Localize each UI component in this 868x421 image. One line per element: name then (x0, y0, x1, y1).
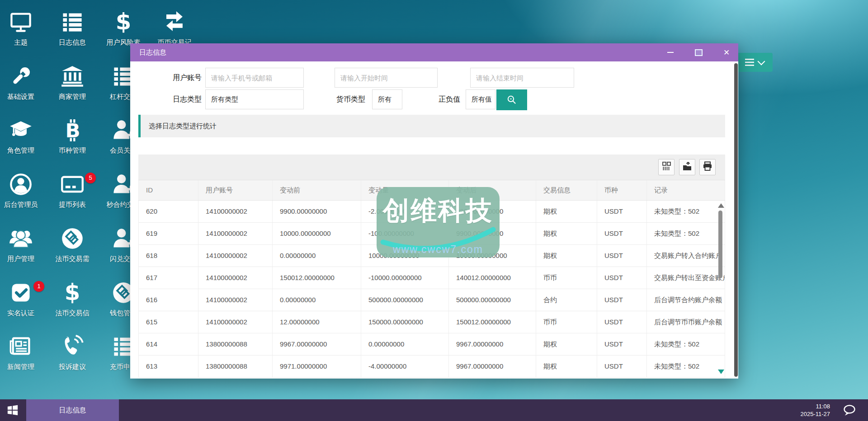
table-cell: USDT (597, 245, 646, 267)
desktop-icon-label: 币种管理 (47, 146, 98, 155)
start-button[interactable] (0, 399, 25, 421)
sign-select[interactable]: 所有值 (466, 89, 495, 109)
desktop-icon-log-info[interactable]: 日志信息 (47, 9, 98, 47)
clock-time: 11:08 (800, 402, 830, 410)
desktop-icon-label: 后台管理员 (0, 201, 46, 209)
desktop-icon-news-mgmt[interactable]: 新闻管理 (0, 333, 46, 371)
desktop-menu-button[interactable] (736, 53, 773, 72)
table-row: 618141000000020.0000000010000.0000000010… (138, 245, 725, 267)
hamburger-icon (745, 59, 754, 66)
print-button[interactable] (699, 159, 716, 175)
coin-mgmt-icon: B (47, 117, 98, 142)
svg-text:$: $ (65, 281, 80, 304)
table-cell: 9967.00000000 (448, 356, 536, 377)
table-scrollbar-thumb[interactable] (718, 210, 722, 278)
desktop-icon-admin-mgmt[interactable]: 后台管理员 (0, 171, 46, 209)
table-cell: 9971.00000000 (272, 356, 361, 377)
table-cell: 10000.00000000 (361, 245, 448, 267)
notification-badge: 1 (33, 281, 44, 292)
desktop-icon-label: 商家管理 (47, 93, 98, 101)
table-cell: 0.00000000 (361, 333, 448, 355)
table-cell: 13800000088 (198, 356, 272, 377)
export-button[interactable] (679, 159, 695, 175)
search-button[interactable] (496, 89, 527, 110)
taskbar-clock[interactable]: 11:08 2025-11-27 (800, 402, 830, 418)
table-cell: 后台调节合约账户余额 (646, 289, 725, 311)
desktop-icon-basic-settings[interactable]: 基础设置 (0, 63, 46, 101)
columns-button[interactable] (658, 159, 675, 175)
maximize-button[interactable] (692, 46, 705, 59)
table-cell: 期权 (536, 223, 597, 244)
scroll-down-icon[interactable] (718, 370, 724, 374)
table-cell: -4.00000000 (361, 356, 448, 377)
desktop-icon-role-mgmt[interactable]: 角色管理 (0, 117, 46, 155)
table-cell: 期权 (536, 356, 597, 377)
table-cell: 14100000002 (198, 201, 272, 222)
table-cell: 616 (138, 289, 198, 311)
desktop-icon-coin-trade-record[interactable]: 币币交易记 (149, 9, 200, 47)
table-cell: USDT (597, 223, 646, 244)
merchant-mgmt-icon (47, 63, 98, 88)
desktop-icon-fiat-trade-demand[interactable]: 法币交易需 (47, 225, 98, 263)
desktop-icon-coin-mgmt[interactable]: B币种管理 (47, 117, 98, 155)
table-cell: 619 (138, 223, 198, 244)
table-cell: 500000.00000000 (361, 289, 448, 311)
table-row: 614138000000889967.000000000.00000000996… (138, 333, 725, 356)
log-info-window: 日志信息 ✕ 用户账号 日志类型 所有类型 货币类型 所有 正负值 所有值 选择… (130, 43, 738, 379)
desktop-icon-merchant-mgmt[interactable]: 商家管理 (47, 63, 98, 101)
window-title: 日志信息 (139, 43, 166, 61)
table-cell: 500000.00000000 (448, 289, 536, 311)
desktop-icon-label: 基础设置 (0, 93, 46, 101)
desktop-icon-label: 投诉建议 (47, 363, 98, 371)
desktop-icon-withdraw-list[interactable]: 5提币列表 (47, 171, 98, 209)
account-label: 用户账号 (148, 68, 202, 88)
table-row: 6151410000000212.00000000150000.00000000… (138, 311, 725, 333)
desktop-icon-theme[interactable]: 主题 (0, 9, 46, 47)
desktop-icon-user-mgmt[interactable]: 用户管理 (0, 225, 46, 263)
desktop-icon-fiat-trade-info[interactable]: $法币交易信 (47, 279, 98, 318)
export-icon (682, 161, 692, 173)
user-mgmt-icon (0, 225, 46, 250)
table-cell: 150000.00000000 (361, 311, 448, 333)
desktop-icon-label: 日志信息 (47, 38, 98, 47)
window-scrollbar[interactable] (734, 63, 738, 377)
sign-label: 正负值 (415, 89, 460, 109)
scroll-up-icon[interactable] (718, 203, 724, 208)
table-cell: 10000.00000000 (272, 223, 361, 244)
desktop-icon-user-risk[interactable]: $用户风险素 (98, 9, 149, 47)
desktop-icon-label: 角色管理 (0, 146, 46, 155)
account-input[interactable] (205, 68, 304, 88)
table-body: 620141000000029900.00000000-2.0000000098… (138, 201, 725, 378)
coin-trade-record-icon (149, 9, 200, 34)
table-toolbar (138, 154, 725, 180)
svg-text:$: $ (116, 10, 132, 34)
window-titlebar[interactable]: 日志信息 ✕ (130, 43, 738, 61)
table-cell: USDT (597, 201, 646, 222)
table-cell: 期权 (536, 333, 597, 355)
table-cell: 交易账户转出至资金账户 (646, 267, 725, 289)
table-cell: 615 (138, 311, 198, 333)
desktop-icon-realname-auth[interactable]: 1实名认证 (0, 279, 46, 318)
table-row: 620141000000029900.00000000-2.0000000098… (138, 201, 725, 223)
log-type-select[interactable]: 所有类型 (205, 89, 304, 109)
theme-icon (0, 9, 46, 34)
column-header-5: 变动后 (448, 180, 536, 200)
column-header-2: 用户账号 (198, 180, 272, 200)
table-cell: 150012.00000000 (272, 267, 361, 289)
table-cell: 币币 (536, 267, 597, 289)
chat-bubble-icon[interactable] (843, 404, 856, 418)
start-time-input[interactable] (335, 68, 438, 88)
table-cell: 未知类型：502 (646, 201, 725, 222)
desktop-icon-label: 实名认证 (0, 309, 46, 318)
close-button[interactable]: ✕ (720, 46, 733, 59)
notice-bar: 选择日志类型进行统计 (138, 115, 725, 137)
minimize-button[interactable] (664, 46, 677, 59)
end-time-input[interactable] (470, 68, 574, 88)
column-header-7: 币种 (597, 180, 646, 200)
currency-select[interactable]: 所有 (372, 89, 402, 109)
column-header-4: 变动量 (361, 180, 448, 200)
table-cell: 9967.00000000 (448, 333, 536, 355)
taskbar-task-log-info[interactable]: 日志信息 (26, 399, 119, 421)
desktop-icon-complaint-suggest[interactable]: 投诉建议 (47, 333, 98, 371)
svg-text:B: B (66, 119, 80, 142)
